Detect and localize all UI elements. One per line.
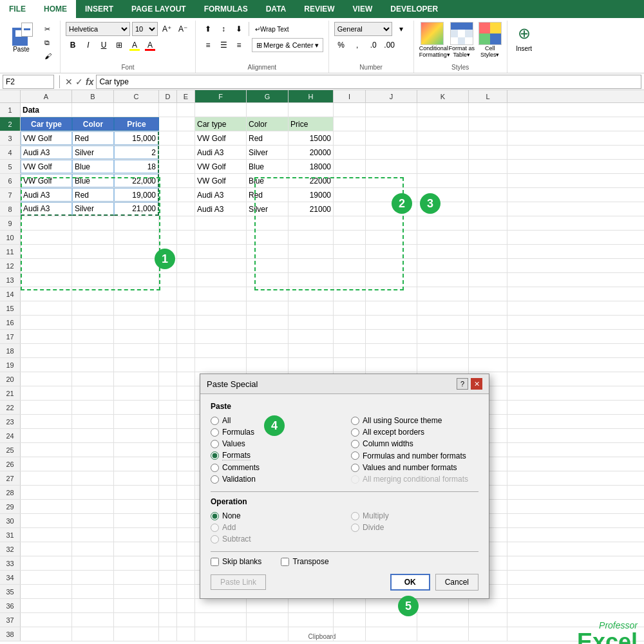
paste-all-source-theme[interactable]: All using Source theme [351,416,478,425]
cell-G2[interactable]: Color [247,117,289,131]
cell-C2[interactable]: Price [114,117,159,131]
cell-A2[interactable]: Car type [21,117,72,131]
paste-formulas-radio[interactable] [211,428,219,437]
col-header-B[interactable]: B [72,90,114,102]
paste-validation[interactable]: Validation [211,475,338,484]
cell-B4[interactable]: Silver [72,146,114,159]
cell-F8[interactable]: Audi A3 [195,202,247,216]
align-right-btn[interactable]: ≡ [232,38,246,52]
transpose-checkbox[interactable] [281,558,289,566]
cell-A4[interactable]: Audi A3 [21,146,72,159]
cell-J6[interactable] [366,174,417,187]
cell-D2[interactable] [159,117,177,131]
cell-L7[interactable] [469,188,507,202]
op-none-radio[interactable] [211,512,219,520]
cell-B5[interactable]: Blue [72,160,114,173]
cell-D7[interactable] [159,188,177,202]
op-multiply[interactable]: Multiply [351,511,478,520]
bold-button[interactable]: B [66,38,80,52]
cell-B6[interactable]: Blue [72,174,114,187]
op-divide-radio[interactable] [351,524,359,532]
cell-F1[interactable] [195,103,247,117]
paste-formulas-num-radio[interactable] [351,451,359,460]
cell-G1[interactable] [247,103,289,117]
cell-K4[interactable] [417,146,469,159]
confirm-formula-icon[interactable]: ✓ [75,77,83,87]
cell-A3[interactable]: VW Golf [21,131,72,145]
cell-B3[interactable]: Red [72,131,114,145]
cell-E1[interactable] [177,103,195,117]
fill-color-button[interactable]: A [128,38,142,52]
cell-E8[interactable] [177,202,195,216]
paste-source-theme-radio[interactable] [351,417,359,425]
tab-file[interactable]: FILE [0,0,35,18]
cell-C7[interactable]: 19,000 [114,188,159,202]
paste-values-number-formats[interactable]: Values and number formats [351,463,478,472]
col-header-C[interactable]: C [114,90,159,102]
cell-B1[interactable] [72,103,114,117]
cell-A7[interactable]: Audi A3 [21,188,72,202]
cell-E4[interactable] [177,146,195,159]
cell-I8[interactable] [334,202,366,216]
align-bottom-btn[interactable]: ⬇ [232,22,246,36]
copy-button[interactable]: ⧉ [41,37,55,49]
cell-E7[interactable] [177,188,195,202]
cell-D6[interactable] [159,174,177,187]
increase-decimal-btn[interactable]: .00 [383,38,397,52]
tab-home[interactable]: HOME [35,0,76,18]
cancel-formula-icon[interactable]: ✕ [65,77,73,87]
conditional-formatting-button[interactable]: Conditional Formatting▾ [419,22,445,58]
cell-F3[interactable]: VW Golf [195,131,247,145]
skip-blanks-checkbox[interactable] [211,558,219,566]
cell-A5[interactable]: VW Golf [21,160,72,173]
col-header-G[interactable]: G [247,90,289,102]
paste-values-num-radio[interactable] [351,464,359,472]
cut-button[interactable]: ✂ [41,23,55,35]
dialog-help-btn[interactable]: ? [457,378,468,390]
col-header-J[interactable]: J [366,90,417,102]
paste-validation-radio[interactable] [211,475,219,484]
number-format-select[interactable]: General [334,22,392,36]
paste-all-radio[interactable] [211,417,219,425]
paste-col-widths-radio[interactable] [351,440,359,448]
cell-I4[interactable] [334,146,366,159]
cell-C5[interactable]: 18 [114,160,159,173]
cell-reference-box[interactable] [3,75,54,89]
cell-L2[interactable] [469,117,507,131]
cell-G8[interactable]: Silver [247,202,289,216]
tab-page-layout[interactable]: PAGE LAYOUT [122,0,195,18]
cell-K3[interactable] [417,131,469,145]
wrap-text-btn[interactable]: ↵ Wrap Text [252,22,292,36]
op-divide[interactable]: Divide [351,523,478,532]
formula-input[interactable] [96,75,641,89]
percent-btn[interactable]: % [334,38,348,52]
comma-btn[interactable]: , [350,38,365,52]
cell-I7[interactable] [334,188,366,202]
col-header-A[interactable]: A [21,90,72,102]
cell-D1[interactable] [159,103,177,117]
cell-J2[interactable] [366,117,417,131]
cell-H6[interactable]: 22000 [289,174,334,187]
cell-F2[interactable]: Car type [195,117,247,131]
col-header-F[interactable]: F [195,90,247,102]
col-header-D[interactable]: D [159,90,177,102]
decrease-font-btn[interactable]: A⁻ [176,22,190,36]
cell-I1[interactable] [334,103,366,117]
cell-D4[interactable] [159,146,177,159]
cell-B2[interactable]: Color [72,117,114,131]
cell-H2[interactable]: Price [289,117,334,131]
tab-view[interactable]: VIEW [344,0,382,18]
paste-formats-radio[interactable] [211,451,219,460]
border-button[interactable]: ⊞ [112,38,126,52]
cell-I5[interactable] [334,160,366,173]
cell-D8[interactable] [159,202,177,216]
cell-G3[interactable]: Red [247,131,289,145]
cell-G7[interactable]: Red [247,188,289,202]
font-family-select[interactable]: Helvetica [66,22,130,36]
cell-L1[interactable] [469,103,507,117]
cell-H5[interactable]: 18000 [289,160,334,173]
tab-formulas[interactable]: FORMULAS [195,0,257,18]
cell-D3[interactable] [159,131,177,145]
align-center-btn[interactable]: ☰ [216,38,231,52]
cell-L6[interactable] [469,174,507,187]
